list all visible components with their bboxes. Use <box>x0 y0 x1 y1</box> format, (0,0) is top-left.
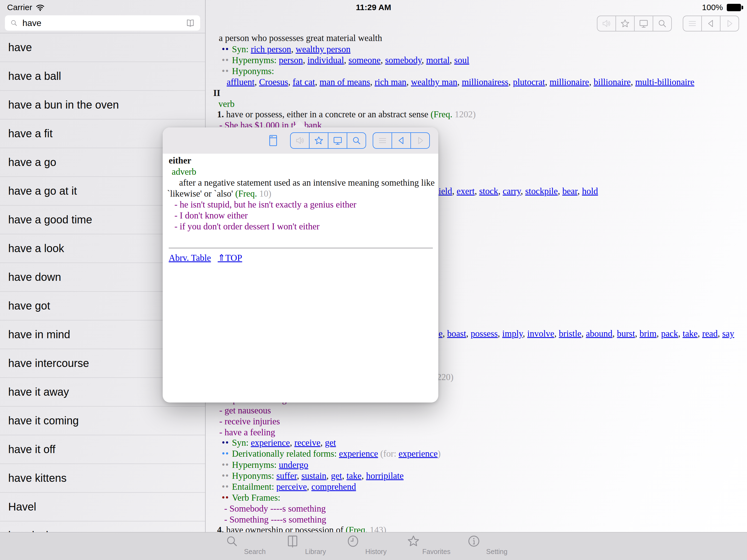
triangle-right-button[interactable] <box>410 133 429 148</box>
link[interactable]: undergo <box>279 460 308 470</box>
link[interactable]: man of means <box>319 77 370 87</box>
magnifier-button[interactable] <box>653 16 671 31</box>
sidebar-item[interactable]: havelock <box>0 521 205 532</box>
link[interactable]: multi-billionaire <box>635 77 694 87</box>
sidebar-item[interactable]: have <box>0 33 205 62</box>
link[interactable]: hold <box>582 186 598 196</box>
link[interactable]: wealthy man <box>411 77 458 87</box>
link[interactable]: plutocrat <box>513 77 545 87</box>
link[interactable]: receive <box>294 438 320 448</box>
tab-favorites[interactable]: Favorites <box>406 534 466 556</box>
window-icon[interactable] <box>266 134 280 147</box>
text-segment: 1. <box>217 109 224 119</box>
link[interactable]: bristle <box>559 329 581 338</box>
link[interactable]: boast <box>447 329 466 338</box>
link[interactable]: involve <box>527 329 554 338</box>
text-line: Abrv. Table ⇑TOP <box>169 252 242 263</box>
link[interactable]: suffer <box>277 471 297 481</box>
sidebar-item-label: have it coming <box>8 414 79 427</box>
link[interactable]: person <box>279 55 303 65</box>
link[interactable]: possess <box>470 329 498 338</box>
link[interactable]: brim <box>640 329 656 338</box>
tab-setting[interactable]: Setting <box>467 534 527 556</box>
link[interactable]: stockpile <box>525 186 558 196</box>
link[interactable]: someone <box>349 55 381 65</box>
link[interactable]: ⇑TOP <box>217 253 242 263</box>
link[interactable]: affluent <box>227 77 255 87</box>
tab-library[interactable]: Library <box>285 534 345 556</box>
link[interactable]: soul <box>454 55 469 65</box>
tab-history[interactable]: History <box>346 534 406 556</box>
book-icon[interactable] <box>185 18 195 28</box>
text-segment: , <box>498 186 503 196</box>
link[interactable]: mortal <box>426 55 449 65</box>
link[interactable]: perceive <box>277 482 307 492</box>
text-segment: have or possess, either in a concrete or… <box>224 109 431 119</box>
link[interactable]: imply <box>502 329 523 338</box>
link[interactable]: bear <box>562 186 577 196</box>
link[interactable]: exert <box>457 186 475 196</box>
text-segment: , <box>452 186 457 196</box>
text-segment: , <box>558 186 562 196</box>
star-button[interactable] <box>616 16 634 31</box>
triangle-right-button[interactable] <box>720 16 739 31</box>
link[interactable]: read <box>702 329 718 338</box>
link[interactable]: experience <box>339 449 378 459</box>
link[interactable]: Abrv. Table <box>169 253 211 263</box>
link[interactable]: experience <box>251 438 290 448</box>
link[interactable]: burst <box>617 329 635 338</box>
link[interactable]: experience <box>398 449 438 459</box>
link[interactable]: ield <box>439 186 452 196</box>
star-button[interactable] <box>309 133 328 148</box>
sidebar-item-label: have a fit <box>8 127 52 140</box>
tab-search[interactable]: Search <box>225 534 285 556</box>
link[interactable]: get <box>325 438 336 448</box>
sidebar-item[interactable]: have a ball <box>0 62 205 91</box>
text-line: e, boast, possess, imply, involve, brist… <box>439 328 734 339</box>
link[interactable]: fat cat <box>292 77 315 87</box>
link[interactable]: billionaire <box>594 77 631 87</box>
triangle-left-button[interactable] <box>701 16 720 31</box>
link[interactable]: horripilate <box>366 471 404 481</box>
sidebar-item[interactable]: Havel <box>0 493 205 521</box>
sidebar-item[interactable]: have kittens <box>0 464 205 493</box>
text-segment: , <box>466 329 471 338</box>
display-button[interactable] <box>328 133 347 148</box>
link[interactable]: take <box>346 471 361 481</box>
speaker-button[interactable] <box>597 16 616 31</box>
link[interactable]: millionairess <box>462 77 508 87</box>
link[interactable]: stock <box>479 186 498 196</box>
list-button[interactable] <box>683 16 701 31</box>
triangle-left-button[interactable] <box>391 133 410 148</box>
display-button[interactable] <box>634 16 653 31</box>
link[interactable]: individual <box>307 55 344 65</box>
text-line: affluent, Croesus, fat cat, man of means… <box>227 77 694 87</box>
text-line: - Somebody ----s something <box>224 503 326 514</box>
link[interactable]: e <box>439 329 443 338</box>
text-line: - receive injuries <box>219 416 280 427</box>
list-button[interactable] <box>373 133 391 148</box>
link[interactable]: pack <box>661 329 678 338</box>
link[interactable]: sustain <box>301 471 327 481</box>
search-input[interactable] <box>22 18 182 28</box>
link[interactable]: rich person <box>251 44 291 54</box>
sidebar-item[interactable]: have it off <box>0 435 205 464</box>
popover-header <box>163 127 438 154</box>
link[interactable]: millionaire <box>549 77 589 87</box>
link[interactable]: say <box>722 329 734 338</box>
link[interactable]: somebody <box>385 55 422 65</box>
speaker-button[interactable] <box>291 133 309 148</box>
link[interactable]: wealthy person <box>295 44 351 54</box>
link[interactable]: comprehend <box>311 482 356 492</box>
sidebar-item[interactable]: have it coming <box>0 407 205 435</box>
link[interactable]: get <box>331 471 342 481</box>
link[interactable]: Croesus <box>259 77 288 87</box>
link[interactable]: take <box>682 329 697 338</box>
search-field[interactable] <box>5 15 200 31</box>
sidebar-item[interactable]: have a bun in the oven <box>0 91 205 120</box>
text-segment: , <box>320 438 325 448</box>
magnifier-button[interactable] <box>347 133 366 148</box>
link[interactable]: carry <box>503 186 521 196</box>
link[interactable]: abound <box>586 329 613 338</box>
link[interactable]: rich man <box>375 77 406 87</box>
